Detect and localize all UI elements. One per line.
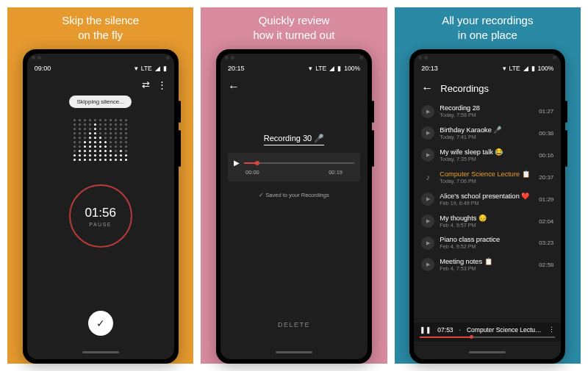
list-item[interactable]: ▶My thoughts 😔Feb 4, 9:57 PM02:04 bbox=[421, 210, 553, 232]
now-playing-bar[interactable]: ❚❚ 07:53 · Computer Science Lecture 📋 ⋮ bbox=[414, 323, 561, 342]
promo-panel-1: Skip the silenceon the fly 09:00 ▾LTE◢▮ … bbox=[7, 7, 193, 364]
time-end: 00:19 bbox=[329, 169, 343, 176]
list-item[interactable]: ▶Meeting notes 📋Feb 4, 7:53 PM02:58 bbox=[421, 253, 553, 275]
play-icon[interactable]: ▶ bbox=[421, 215, 434, 228]
saved-message: ✓ Saved to your Recordings bbox=[228, 192, 360, 198]
item-title: Birthday Karaoke 🎤 bbox=[440, 126, 534, 134]
list-item[interactable]: ♪Computer Science Lecture 📋Today, 7:06 P… bbox=[421, 166, 553, 188]
item-duration: 00:38 bbox=[539, 130, 553, 137]
item-title: Meeting notes 📋 bbox=[440, 257, 534, 265]
item-title: Computer Science Lecture 📋 bbox=[440, 170, 534, 178]
item-subtitle: Today, 7:41 PM bbox=[440, 134, 534, 140]
status-bar: 20:15 ▾LTE◢▮100% bbox=[220, 62, 368, 75]
list-item[interactable]: ▶Recording 28Today, 7:58 PM01:27 bbox=[421, 101, 553, 122]
play-icon[interactable]: ▶ bbox=[421, 148, 434, 162]
play-icon[interactable]: ▶ bbox=[421, 258, 434, 271]
item-duration: 20:37 bbox=[539, 174, 553, 181]
item-subtitle: Today, 7:06 PM bbox=[440, 178, 534, 184]
play-button[interactable]: ▶ bbox=[234, 159, 240, 167]
item-title: Recording 28 bbox=[440, 104, 534, 112]
play-icon[interactable]: ▶ bbox=[421, 105, 434, 118]
item-title: My thoughts 😔 bbox=[440, 214, 534, 222]
record-button[interactable]: 01:56 PAUSE bbox=[69, 184, 132, 248]
pause-icon[interactable]: ❚❚ bbox=[420, 326, 431, 334]
status-time: 20:13 bbox=[421, 65, 438, 72]
tagline-2: Quickly reviewhow it turned out bbox=[254, 13, 335, 42]
item-duration: 01:27 bbox=[539, 108, 553, 115]
item-title: Alice's school presentation ❤️ bbox=[440, 192, 534, 200]
item-duration: 00:16 bbox=[539, 152, 553, 159]
back-button[interactable]: ← bbox=[228, 78, 360, 96]
item-subtitle: Feb 4, 7:53 PM bbox=[440, 265, 534, 272]
status-time: 09:00 bbox=[35, 65, 51, 72]
item-title: Piano class practice bbox=[440, 236, 534, 243]
player: ▶ 00:00 00:19 bbox=[228, 153, 360, 181]
item-title: My wife sleep talk 😂 bbox=[440, 148, 534, 156]
back-button[interactable]: ← bbox=[421, 79, 433, 97]
item-duration: 02:58 bbox=[539, 262, 553, 268]
timer-label: PAUSE bbox=[89, 222, 112, 227]
list-item[interactable]: ▶My wife sleep talk 😂Today, 7:35 PM00:16 bbox=[421, 144, 553, 166]
check-icon: ✓ bbox=[96, 317, 105, 329]
tagline-3: All your recordingsin one place bbox=[442, 13, 533, 42]
note-icon[interactable]: ♪ bbox=[421, 173, 434, 181]
time-start: 00:00 bbox=[245, 169, 259, 176]
np-seek-bar[interactable] bbox=[420, 336, 555, 338]
promo-panel-3: All your recordingsin one place 20:13 ▾L… bbox=[395, 7, 581, 364]
np-time: 07:53 bbox=[437, 326, 453, 334]
done-button[interactable]: ✓ bbox=[88, 311, 113, 336]
item-subtitle: Feb 4, 9:57 PM bbox=[440, 222, 534, 228]
np-title: Computer Science Lecture 📋 bbox=[467, 326, 542, 334]
play-icon[interactable]: ▶ bbox=[421, 237, 434, 250]
status-time: 20:15 bbox=[228, 65, 245, 72]
phone-frame-2: 20:15 ▾LTE◢▮100% ← Recording 30 🎤 ▶ 00: bbox=[216, 49, 372, 364]
phone-frame-3: 20:13 ▾LTE◢▮100% ← Recordings ▶Recording… bbox=[409, 49, 565, 364]
delete-button[interactable]: DELETE bbox=[228, 321, 360, 328]
item-subtitle: Today, 7:58 PM bbox=[440, 112, 534, 118]
shuffle-icon[interactable]: ⇄ bbox=[142, 79, 150, 90]
list-item[interactable]: ▶Piano class practiceFeb 4, 9:52 PM03:23 bbox=[421, 232, 553, 253]
item-duration: 03:23 bbox=[539, 239, 553, 246]
menu-icon[interactable]: ⋮ bbox=[548, 326, 555, 334]
promo-panel-2: Quickly reviewhow it turned out 20:15 ▾L… bbox=[201, 7, 387, 364]
timer: 01:56 bbox=[85, 206, 116, 220]
tagline-1: Skip the silenceon the fly bbox=[62, 13, 139, 42]
menu-icon[interactable]: ⋮ bbox=[157, 79, 167, 90]
seek-bar[interactable] bbox=[244, 162, 354, 164]
item-subtitle: Feb 19, 6:49 PM bbox=[440, 200, 534, 206]
status-bar: 20:13 ▾LTE◢▮100% bbox=[414, 62, 561, 75]
play-icon[interactable]: ▶ bbox=[421, 126, 434, 140]
play-icon[interactable]: ▶ bbox=[421, 192, 434, 206]
item-subtitle: Feb 4, 9:52 PM bbox=[440, 243, 534, 250]
page-title: Recordings bbox=[440, 83, 489, 94]
status-pill: Skipping silence... bbox=[69, 96, 131, 108]
item-duration: 01:29 bbox=[539, 196, 553, 203]
phone-frame-1: 09:00 ▾LTE◢▮ ⇄ ⋮ Skipping silence... 01:… bbox=[23, 49, 179, 364]
item-duration: 02:04 bbox=[539, 218, 553, 225]
status-bar: 09:00 ▾LTE◢▮ bbox=[27, 62, 174, 75]
recordings-list: ▶Recording 28Today, 7:58 PM01:27▶Birthda… bbox=[421, 101, 553, 323]
list-item[interactable]: ▶Birthday Karaoke 🎤Today, 7:41 PM00:38 bbox=[421, 122, 553, 144]
item-subtitle: Today, 7:35 PM bbox=[440, 156, 534, 162]
recording-title[interactable]: Recording 30 🎤 bbox=[264, 134, 325, 145]
audio-visualizer bbox=[35, 112, 167, 174]
list-item[interactable]: ▶Alice's school presentation ❤️Feb 19, 6… bbox=[421, 188, 553, 210]
